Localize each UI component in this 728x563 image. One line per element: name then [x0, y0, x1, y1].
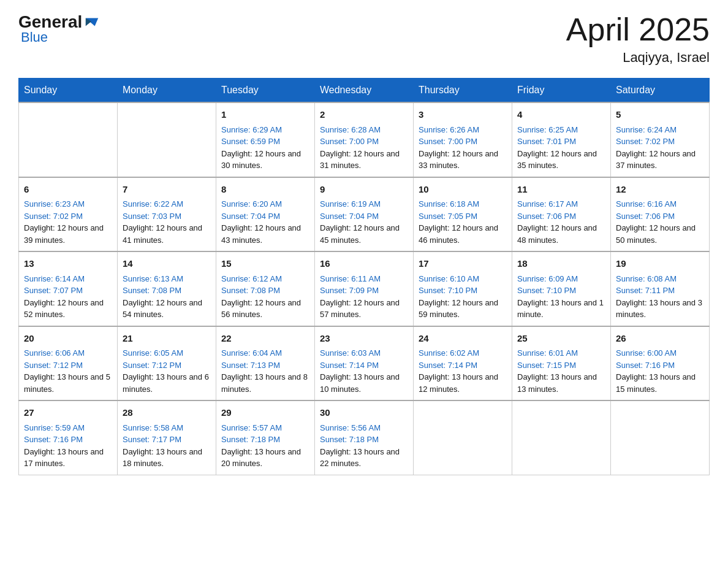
- daylight-duration: Daylight: 13 hours and 12 minutes.: [419, 371, 507, 395]
- sunrise-time: Sunrise: 5:59 AM: [24, 422, 112, 434]
- calendar-cell: 19Sunrise: 6:08 AMSunset: 7:11 PMDayligh…: [611, 251, 710, 326]
- calendar-cell: 21Sunrise: 6:05 AMSunset: 7:12 PMDayligh…: [118, 326, 216, 401]
- daylight-duration: Daylight: 12 hours and 30 minutes.: [221, 148, 309, 172]
- day-number: 11: [517, 183, 605, 197]
- sunrise-time: Sunrise: 6:03 AM: [320, 347, 408, 359]
- daylight-duration: Daylight: 12 hours and 37 minutes.: [616, 148, 704, 172]
- sunrise-time: Sunrise: 6:29 AM: [221, 124, 309, 136]
- sunset-time: Sunset: 7:08 PM: [221, 285, 309, 297]
- day-number: 12: [616, 183, 704, 197]
- daylight-duration: Daylight: 13 hours and 13 minutes.: [517, 371, 605, 395]
- calendar-cell: 24Sunrise: 6:02 AMSunset: 7:14 PMDayligh…: [414, 326, 512, 401]
- day-number: 16: [320, 257, 408, 271]
- sunset-time: Sunset: 7:18 PM: [320, 434, 408, 446]
- sunrise-time: Sunrise: 6:23 AM: [24, 198, 112, 210]
- day-number: 1: [221, 108, 309, 122]
- sunrise-time: Sunrise: 6:04 AM: [221, 347, 309, 359]
- calendar-week-3: 13Sunrise: 6:14 AMSunset: 7:07 PMDayligh…: [19, 251, 710, 326]
- day-number: 29: [221, 406, 309, 420]
- calendar-cell: [414, 400, 512, 475]
- calendar-cell: 5Sunrise: 6:24 AMSunset: 7:02 PMDaylight…: [611, 102, 710, 177]
- sunset-time: Sunset: 7:07 PM: [24, 285, 112, 297]
- day-number: 9: [320, 183, 408, 197]
- col-tuesday: Tuesday: [216, 79, 315, 103]
- daylight-duration: Daylight: 12 hours and 57 minutes.: [320, 297, 408, 321]
- day-number: 4: [517, 108, 605, 122]
- daylight-duration: Daylight: 12 hours and 50 minutes.: [616, 222, 704, 246]
- daylight-duration: Daylight: 12 hours and 52 minutes.: [24, 297, 112, 321]
- calendar-cell: 27Sunrise: 5:59 AMSunset: 7:16 PMDayligh…: [19, 400, 118, 475]
- day-number: 19: [616, 257, 704, 271]
- sunrise-time: Sunrise: 6:02 AM: [419, 347, 507, 359]
- sunset-time: Sunset: 7:10 PM: [419, 285, 507, 297]
- sunset-time: Sunset: 7:16 PM: [24, 434, 112, 446]
- calendar-cell: 12Sunrise: 6:16 AMSunset: 7:06 PMDayligh…: [611, 177, 710, 252]
- calendar-header-row: Sunday Monday Tuesday Wednesday Thursday…: [19, 79, 710, 103]
- daylight-duration: Daylight: 12 hours and 45 minutes.: [320, 222, 408, 246]
- day-number: 23: [320, 332, 408, 346]
- calendar-cell: 29Sunrise: 5:57 AMSunset: 7:18 PMDayligh…: [216, 400, 315, 475]
- day-number: 28: [123, 406, 211, 420]
- sunset-time: Sunset: 7:15 PM: [517, 359, 605, 372]
- sunrise-time: Sunrise: 6:19 AM: [320, 198, 408, 210]
- col-friday: Friday: [512, 79, 611, 103]
- day-number: 27: [24, 406, 112, 420]
- sunset-time: Sunset: 7:02 PM: [24, 210, 112, 223]
- col-wednesday: Wednesday: [315, 79, 414, 103]
- sunset-time: Sunset: 7:00 PM: [320, 136, 408, 148]
- sunset-time: Sunset: 7:02 PM: [616, 136, 704, 148]
- calendar-cell: [512, 400, 611, 475]
- calendar-cell: 18Sunrise: 6:09 AMSunset: 7:10 PMDayligh…: [512, 251, 611, 326]
- sunrise-time: Sunrise: 6:00 AM: [616, 347, 704, 359]
- sunrise-time: Sunrise: 6:13 AM: [123, 273, 211, 285]
- sunset-time: Sunset: 7:14 PM: [320, 359, 408, 372]
- calendar-cell: 22Sunrise: 6:04 AMSunset: 7:13 PMDayligh…: [216, 326, 315, 401]
- daylight-duration: Daylight: 13 hours and 18 minutes.: [123, 446, 211, 470]
- sunrise-time: Sunrise: 6:11 AM: [320, 273, 408, 285]
- col-thursday: Thursday: [414, 79, 512, 103]
- calendar-cell: 4Sunrise: 6:25 AMSunset: 7:01 PMDaylight…: [512, 102, 611, 177]
- sunrise-time: Sunrise: 6:25 AM: [517, 124, 605, 136]
- sunset-time: Sunset: 7:04 PM: [221, 210, 309, 223]
- sunrise-time: Sunrise: 5:56 AM: [320, 422, 408, 434]
- calendar-week-1: 1Sunrise: 6:29 AMSunset: 6:59 PMDaylight…: [19, 102, 710, 177]
- sunset-time: Sunset: 7:13 PM: [221, 359, 309, 372]
- day-number: 10: [419, 183, 507, 197]
- daylight-duration: Daylight: 13 hours and 17 minutes.: [24, 446, 112, 470]
- daylight-duration: Daylight: 13 hours and 1 minute.: [517, 297, 605, 321]
- day-number: 26: [616, 332, 704, 346]
- calendar-cell: 30Sunrise: 5:56 AMSunset: 7:18 PMDayligh…: [315, 400, 414, 475]
- day-number: 22: [221, 332, 309, 346]
- sunrise-time: Sunrise: 6:14 AM: [24, 273, 112, 285]
- calendar-table: Sunday Monday Tuesday Wednesday Thursday…: [18, 78, 710, 475]
- sunrise-time: Sunrise: 6:06 AM: [24, 347, 112, 359]
- day-number: 14: [123, 257, 211, 271]
- sunrise-time: Sunrise: 6:05 AM: [123, 347, 211, 359]
- title-block: April 2025 Laqiyya, Israel: [566, 12, 710, 66]
- logo-icon: [83, 13, 100, 31]
- day-number: 5: [616, 108, 704, 122]
- calendar-cell: 7Sunrise: 6:22 AMSunset: 7:03 PMDaylight…: [118, 177, 216, 252]
- sunrise-time: Sunrise: 6:09 AM: [517, 273, 605, 285]
- daylight-duration: Daylight: 12 hours and 46 minutes.: [419, 222, 507, 246]
- logo-blue-text: Blue: [21, 29, 48, 45]
- daylight-duration: Daylight: 13 hours and 10 minutes.: [320, 371, 408, 395]
- sunrise-time: Sunrise: 6:12 AM: [221, 273, 309, 285]
- calendar-cell: 15Sunrise: 6:12 AMSunset: 7:08 PMDayligh…: [216, 251, 315, 326]
- col-sunday: Sunday: [19, 79, 118, 103]
- col-monday: Monday: [118, 79, 216, 103]
- sunset-time: Sunset: 7:03 PM: [123, 210, 211, 223]
- day-number: 2: [320, 108, 408, 122]
- sunset-time: Sunset: 7:17 PM: [123, 434, 211, 446]
- day-number: 8: [221, 183, 309, 197]
- calendar-cell: 14Sunrise: 6:13 AMSunset: 7:08 PMDayligh…: [118, 251, 216, 326]
- daylight-duration: Daylight: 12 hours and 33 minutes.: [419, 148, 507, 172]
- day-number: 20: [24, 332, 112, 346]
- day-number: 24: [419, 332, 507, 346]
- daylight-duration: Daylight: 12 hours and 43 minutes.: [221, 222, 309, 246]
- calendar-cell: 11Sunrise: 6:17 AMSunset: 7:06 PMDayligh…: [512, 177, 611, 252]
- sunrise-time: Sunrise: 6:24 AM: [616, 124, 704, 136]
- daylight-duration: Daylight: 12 hours and 41 minutes.: [123, 222, 211, 246]
- daylight-duration: Daylight: 12 hours and 31 minutes.: [320, 148, 408, 172]
- day-number: 17: [419, 257, 507, 271]
